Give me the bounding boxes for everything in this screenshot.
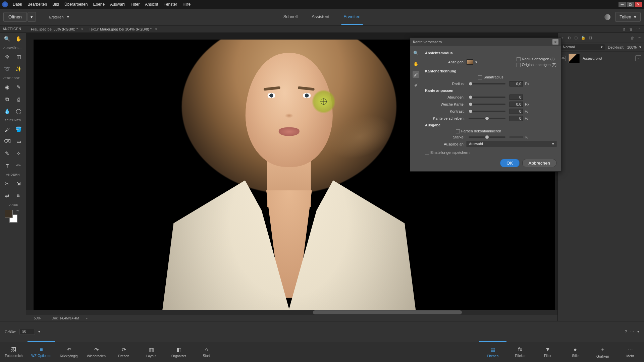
bb-wz[interactable]: ≡WZ-Optionen xyxy=(28,341,55,362)
help-icon[interactable]: ? xyxy=(625,329,627,334)
menu-item-fenster[interactable]: Fenster xyxy=(164,2,177,7)
menu-item-hilfe[interactable]: Hilfe xyxy=(182,2,191,7)
bb-ebenen[interactable]: ▤Ebenen xyxy=(479,341,506,362)
erase-refine-icon[interactable]: ✐ xyxy=(413,82,419,88)
radius-value[interactable]: 0,0 xyxy=(509,81,523,86)
dialog-close-icon[interactable]: × xyxy=(552,39,558,45)
eyedropper-tool-icon[interactable]: ✎ xyxy=(3,149,11,158)
ok-button[interactable]: OK xyxy=(500,159,519,167)
bb-filter[interactable]: ▼Filter xyxy=(534,342,561,362)
lock-icon[interactable]: 🔒 xyxy=(581,36,586,40)
marquee-tool-icon[interactable]: ◫ xyxy=(15,53,23,61)
menu-item-bearbeiten[interactable]: Bearbeiten xyxy=(28,2,47,7)
opacity-value[interactable]: 100% xyxy=(627,45,637,49)
bucket-tool-icon[interactable]: 🪣 xyxy=(15,125,23,133)
menu-item-überarbeiten[interactable]: Überarbeiten xyxy=(64,2,88,7)
maximize-button[interactable]: ▢ xyxy=(627,2,634,7)
sponge-tool-icon[interactable]: ◯ xyxy=(15,107,23,115)
document-tab-2[interactable]: Textur Mauer.jpeg bei 104% (RGB/8) * × xyxy=(89,27,157,32)
layer-row[interactable]: 👁 Hintergrund ▫ xyxy=(558,52,644,65)
wand-tool-icon[interactable]: ✨ xyxy=(15,65,23,73)
tab-expert[interactable]: Erweitert xyxy=(341,9,363,25)
share-button[interactable]: Teilen▾ xyxy=(615,12,641,22)
size-input[interactable]: 35 xyxy=(19,329,35,335)
hand-tool-icon[interactable]: ✋ xyxy=(413,60,419,67)
close-button[interactable]: ✕ xyxy=(635,2,642,7)
tab-assist[interactable]: Assistent xyxy=(310,9,331,25)
menu-item-auswahl[interactable]: Auswahl xyxy=(110,2,125,7)
smart-radius-checkbox[interactable]: Smartradius xyxy=(478,75,503,79)
menu-item-filter[interactable]: Filter xyxy=(131,2,140,7)
contrast-value[interactable]: 0 xyxy=(509,109,523,114)
blur-tool-icon[interactable]: 💧 xyxy=(3,107,11,115)
zoom-tool-icon[interactable]: 🔍 xyxy=(3,35,11,43)
menu-item-datei[interactable]: Datei xyxy=(13,2,22,7)
color-swatches[interactable]: ⇆ xyxy=(0,208,26,223)
cancel-button[interactable]: Abbrechen xyxy=(522,159,556,167)
decontaminate-checkbox[interactable]: Farben dekontaminieren xyxy=(456,129,501,133)
panel-menu-icon[interactable]: ⋯ xyxy=(638,36,641,40)
zoom-tool-icon[interactable]: 🔍 xyxy=(413,50,419,56)
redeye-tool-icon[interactable]: ◉ xyxy=(3,83,11,91)
layer-lock-icon[interactable]: ▫ xyxy=(635,55,641,61)
bb-grafiken[interactable]: ＋Grafiken xyxy=(589,342,616,362)
shape-tool-icon[interactable]: ✧ xyxy=(15,149,23,158)
pencil-tool-icon[interactable]: ✏ xyxy=(15,162,23,170)
bb-redo[interactable]: ↷Wiederholen xyxy=(83,342,110,362)
close-icon[interactable]: × xyxy=(81,27,84,32)
bb-stile[interactable]: ●Stile xyxy=(561,342,589,362)
open-dropdown[interactable]: ▾ xyxy=(28,12,36,22)
shift-slider[interactable] xyxy=(469,118,505,119)
bb-start[interactable]: ⌂Start xyxy=(193,342,220,362)
zoom-value[interactable]: 50% xyxy=(30,316,45,320)
bb-undo[interactable]: ↶Rückgängig xyxy=(55,342,83,362)
show-original-checkbox[interactable]: Original anzeigen (P) xyxy=(517,63,556,67)
bb-layout[interactable]: ▥Layout xyxy=(138,342,165,362)
mask-icon[interactable]: ▢ xyxy=(574,36,578,40)
tab-quick[interactable]: Schnell xyxy=(281,9,300,25)
output-to-select[interactable]: Auswahl▾ xyxy=(467,141,556,147)
chevron-down-icon[interactable]: ▾ xyxy=(639,45,641,49)
shift-value[interactable]: 0 xyxy=(509,116,523,121)
recompose-tool-icon[interactable]: ⇲ xyxy=(15,180,23,188)
clone-tool-icon[interactable]: ⧉ xyxy=(3,95,11,103)
show-radius-checkbox[interactable]: Radius anzeigen (J) xyxy=(517,57,556,61)
shuffle-tool-icon[interactable]: ⇄ xyxy=(3,192,11,200)
more-icon[interactable]: ⋯ xyxy=(636,27,640,31)
gradient-tool-icon[interactable]: ▭ xyxy=(15,137,23,145)
adj-icon[interactable]: ◨ xyxy=(589,36,592,40)
smooth-slider[interactable] xyxy=(469,97,505,98)
feather-slider[interactable] xyxy=(469,104,505,105)
document-tab-1[interactable]: Frau.jpeg bei 50% (RGB/8) * × xyxy=(31,27,84,32)
move-tool-icon[interactable]: ✥ xyxy=(3,53,11,61)
open-button[interactable]: Öffnen xyxy=(3,12,27,22)
straighten-tool-icon[interactable]: ≋ xyxy=(15,192,23,200)
swap-colors-icon[interactable]: ⇆ xyxy=(16,209,19,212)
blend-mode-select[interactable]: Normal▾ xyxy=(560,44,605,50)
menu-item-bild[interactable]: Bild xyxy=(52,2,59,7)
dialog-titlebar[interactable]: Kante verbessern × xyxy=(410,38,561,46)
bb-organizer[interactable]: ◧Organizer xyxy=(165,342,193,362)
lasso-tool-icon[interactable]: ➰ xyxy=(3,65,11,73)
doc-icon[interactable]: 🗎 xyxy=(622,27,626,31)
collapse-icon[interactable]: ▾ xyxy=(637,329,639,334)
menu-item-ebene[interactable]: Ebene xyxy=(93,2,105,7)
chevron-down-icon[interactable]: ▾ xyxy=(475,60,477,64)
bb-foto[interactable]: 🖼Fotobereich xyxy=(0,342,28,362)
chevron-down-icon[interactable]: ▾ xyxy=(38,329,40,334)
options-menu-icon[interactable]: ⋯ xyxy=(630,329,634,334)
trash-icon[interactable]: 🗑 xyxy=(631,36,634,40)
preview-chip[interactable] xyxy=(467,59,473,65)
spot-tool-icon[interactable]: ✎ xyxy=(15,83,23,91)
amount-slider[interactable] xyxy=(469,136,505,138)
horizontal-scrollbar[interactable] xyxy=(26,310,557,315)
feather-value[interactable]: 0,0 xyxy=(509,102,523,107)
fg-color-swatch[interactable] xyxy=(5,210,13,218)
radius-slider[interactable] xyxy=(469,83,505,84)
bb-rotate[interactable]: ⟳Drehen xyxy=(110,342,138,362)
stamp-tool-icon[interactable]: ⎙ xyxy=(15,95,23,103)
menu-item-ansicht[interactable]: Ansicht xyxy=(145,2,158,7)
bb-mehr[interactable]: ⋯Mehr xyxy=(616,342,644,362)
hand-tool-icon[interactable]: ✋ xyxy=(15,35,23,43)
theme-toggle-icon[interactable] xyxy=(604,14,610,20)
